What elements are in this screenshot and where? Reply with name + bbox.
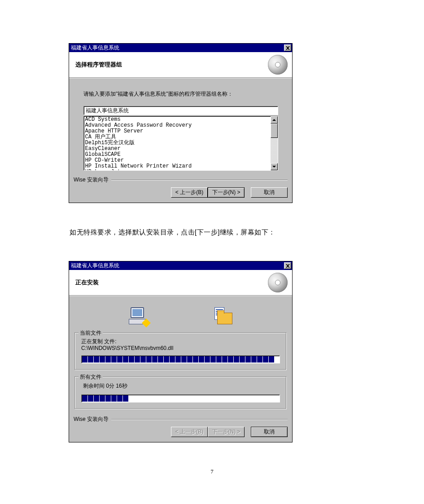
back-button: < 上一步(B) xyxy=(171,427,208,437)
overall-progress xyxy=(81,394,280,402)
current-file-progress xyxy=(81,355,280,363)
cancel-button[interactable]: 取消 xyxy=(251,427,288,437)
disc-icon xyxy=(268,55,288,75)
remaining-time: 剩余时间 0分 16秒 xyxy=(83,382,280,390)
wizard-legend: Wise 安装向导 xyxy=(69,416,292,423)
group-legend: 所有文件 xyxy=(79,373,103,381)
progress-segment xyxy=(205,356,210,363)
progress-segment xyxy=(199,356,204,363)
progress-segment xyxy=(117,395,122,402)
install-graphic xyxy=(69,296,292,332)
copying-label: 正在复制 文件: xyxy=(81,338,117,345)
progress-segment xyxy=(158,356,163,363)
arrow-down-icon xyxy=(272,166,276,168)
next-button[interactable]: 下一步(N) > xyxy=(208,187,245,198)
progress-segment xyxy=(251,356,257,363)
progress-segment xyxy=(222,356,227,363)
progress-segment xyxy=(135,356,140,363)
progress-segment xyxy=(164,356,169,363)
instruction-text: 请输入要添加"福建省人事信息系统"图标的程序管理器组名称： xyxy=(83,90,280,98)
scroll-thumb[interactable] xyxy=(271,124,278,138)
dialog-installing: 福建省人事信息系统 正在安装 当前文件 正在复制 文件: C:\WINDOWS\… xyxy=(69,261,293,442)
divider xyxy=(111,180,288,181)
scrollbar[interactable] xyxy=(271,116,278,170)
progress-segment xyxy=(100,356,105,363)
wizard-label: Wise 安装向导 xyxy=(74,416,109,423)
window-title: 福建省人事信息系统 xyxy=(71,44,119,52)
close-icon xyxy=(286,264,290,268)
scroll-track[interactable] xyxy=(271,124,278,163)
progress-segment xyxy=(181,356,187,363)
progress-segment xyxy=(111,395,117,402)
dialog-heading: 选择程序管理器组 xyxy=(75,61,122,69)
scroll-up-button[interactable] xyxy=(271,116,278,124)
progress-segment xyxy=(193,356,198,363)
next-button: 下一步(N) > xyxy=(208,427,245,437)
progress-segment xyxy=(111,356,117,363)
disc-icon xyxy=(268,273,288,292)
progress-segment xyxy=(170,356,175,363)
progress-segment xyxy=(94,356,99,363)
close-button[interactable] xyxy=(284,262,291,269)
progress-segment xyxy=(234,356,239,363)
header-strip: 正在安装 xyxy=(69,270,292,296)
progress-segment xyxy=(245,356,251,363)
dialog-program-group: 福建省人事信息系统 选择程序管理器组 请输入要添加"福建省人事信息系统"图标的程… xyxy=(69,43,293,203)
progress-segment xyxy=(240,356,245,363)
folder-icon xyxy=(213,307,233,326)
progress-segment xyxy=(94,395,99,402)
progress-segment xyxy=(82,395,87,402)
progress-segment xyxy=(257,356,262,363)
group-legend: 当前文件 xyxy=(79,329,103,337)
page-number: 7 xyxy=(0,468,424,475)
progress-segment xyxy=(88,395,93,402)
copying-text: 正在复制 文件: C:\WINDOWS\SYSTEM\msvbvm60.dll xyxy=(81,338,280,352)
scroll-down-button[interactable] xyxy=(271,163,278,170)
progress-segment xyxy=(269,356,274,363)
arrow-up-icon xyxy=(272,119,276,121)
progress-segment xyxy=(210,356,216,363)
progress-segment xyxy=(88,356,93,363)
narrative-text: 如无特殊要求，选择默认安装目录，点击[下一步]继续，屏幕如下： xyxy=(70,228,356,237)
cancel-button[interactable]: 取消 xyxy=(251,187,288,198)
existing-groups-listbox[interactable]: ACD SystemsAdvanced Access Password Reco… xyxy=(83,116,278,171)
progress-segment xyxy=(100,395,105,402)
progress-segment xyxy=(140,356,146,363)
back-button[interactable]: < 上一步(B) xyxy=(171,187,208,198)
progress-segment xyxy=(216,356,222,363)
progress-segment xyxy=(129,356,134,363)
button-row: < 上一步(B) 下一步(N) > 取消 xyxy=(69,184,292,203)
progress-segment xyxy=(187,356,192,363)
close-button[interactable] xyxy=(284,44,291,51)
header-strip: 选择程序管理器组 xyxy=(69,52,292,78)
progress-segment xyxy=(228,356,233,363)
button-row: < 上一步(B) 下一步(N) > 取消 xyxy=(69,423,292,442)
progress-segment xyxy=(105,356,111,363)
current-file-group: 当前文件 正在复制 文件: C:\WINDOWS\SYSTEM\msvbvm60… xyxy=(74,332,287,370)
dialog-body: 请输入要添加"福建省人事信息系统"图标的程序管理器组名称： 福建人事信息系统 A… xyxy=(69,78,292,171)
progress-segment xyxy=(263,356,268,363)
close-icon xyxy=(286,46,290,50)
titlebar: 福建省人事信息系统 xyxy=(69,44,292,52)
wizard-legend: Wise 安装向导 xyxy=(69,176,292,184)
list-items: ACD SystemsAdvanced Access Password Reco… xyxy=(84,116,271,170)
all-files-group: 所有文件 剩余时间 0分 16秒 xyxy=(74,376,287,409)
progress-segment xyxy=(152,356,157,363)
titlebar: 福建省人事信息系统 xyxy=(69,261,292,270)
input-value: 福建人事信息系统 xyxy=(86,107,129,115)
progress-segment xyxy=(105,395,111,402)
progress-segment xyxy=(82,356,87,363)
copying-path: C:\WINDOWS\SYSTEM\msvbvm60.dll xyxy=(81,345,173,351)
progress-segment xyxy=(117,356,122,363)
progress-segment xyxy=(146,356,152,363)
progress-segment xyxy=(123,356,128,363)
progress-segment xyxy=(123,395,128,402)
computer-icon xyxy=(128,307,149,326)
list-item[interactable]: HP LaserJet xyxy=(85,169,269,170)
wizard-label: Wise 安装向导 xyxy=(74,176,109,184)
divider xyxy=(111,419,288,420)
window-title: 福建省人事信息系统 xyxy=(71,261,119,270)
progress-segment xyxy=(175,356,181,363)
dialog-heading: 正在安装 xyxy=(75,279,99,287)
group-name-input[interactable]: 福建人事信息系统 xyxy=(83,106,278,115)
